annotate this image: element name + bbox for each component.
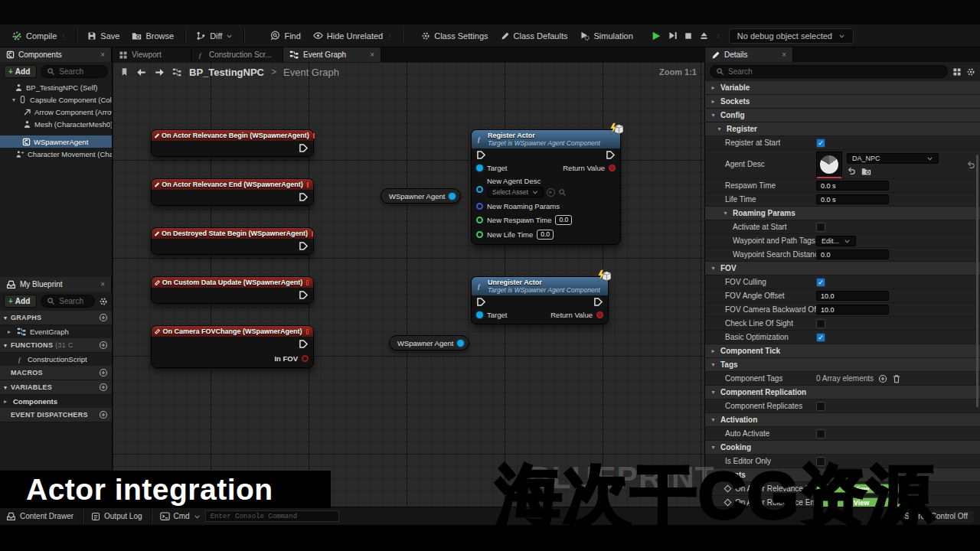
compile-button[interactable]: Compile bbox=[6, 28, 70, 44]
expander-icon[interactable]: ▸ bbox=[8, 328, 14, 335]
tree-item-bp-testingnpc-self[interactable]: BP_TestingNPC (Self) bbox=[0, 81, 112, 93]
expander-icon[interactable]: ▾ bbox=[4, 342, 11, 349]
close-icon[interactable]: × bbox=[100, 280, 105, 289]
respawn-time-field[interactable]: 0.0 s bbox=[816, 181, 889, 191]
expander-icon[interactable]: ▾ bbox=[710, 416, 717, 423]
delegate-pin[interactable] bbox=[306, 329, 309, 334]
debug-object-selector[interactable]: No debug object selected bbox=[729, 28, 854, 44]
exec-out-pin[interactable] bbox=[593, 298, 603, 306]
wspawner-agent-variable-node[interactable]: WSpawner Agent bbox=[381, 188, 461, 204]
class-defaults-button[interactable]: Class Defaults bbox=[495, 29, 573, 43]
expander-icon[interactable]: ▾ bbox=[4, 384, 11, 391]
new-respawn-time-value[interactable]: 0.0 bbox=[555, 215, 572, 225]
my-blueprint-search-input[interactable]: Search bbox=[41, 295, 95, 308]
details-scrollbar[interactable] bbox=[976, 155, 978, 407]
cmd-selector[interactable]: Cmd bbox=[160, 511, 201, 521]
fov-culling-checkbox[interactable]: ✓ bbox=[816, 278, 825, 287]
expander-icon[interactable]: ▸ bbox=[710, 84, 717, 91]
tree-item-mesh-charactermesh0[interactable]: Mesh (CharacterMesh0) bbox=[0, 118, 112, 130]
details-section-sockets[interactable]: ▸Sockets bbox=[705, 95, 980, 109]
section-functions[interactable]: ▾FUNCTIONS(31 C bbox=[0, 338, 112, 353]
blueprint-item-components[interactable]: ▸Components bbox=[0, 395, 112, 408]
hide-unrelated-button[interactable]: Hide Unrelated bbox=[308, 28, 397, 43]
find-button[interactable]: Find bbox=[265, 28, 305, 43]
waypoint-and-path-tags-dropdown[interactable]: Edit... bbox=[816, 236, 856, 246]
output-log-button[interactable]: Output Log bbox=[91, 512, 142, 521]
expander-icon[interactable]: ▸ bbox=[710, 347, 717, 354]
content-drawer-button[interactable]: Content Drawer bbox=[6, 511, 74, 521]
compile-options-icon[interactable] bbox=[62, 31, 65, 41]
blueprint-item-constructionscript[interactable]: fConstructionScript bbox=[0, 353, 112, 366]
play-options-icon[interactable] bbox=[717, 31, 720, 41]
details-search-input[interactable]: Search bbox=[710, 65, 948, 78]
tree-item-capsule-component-collisi[interactable]: ▾Capsule Component (Collisi bbox=[0, 93, 112, 106]
gear-icon[interactable] bbox=[966, 67, 975, 77]
expander-icon[interactable]: ▾ bbox=[710, 389, 717, 396]
details-section-component-tick[interactable]: ▸Component Tick bbox=[705, 344, 980, 358]
target-pin[interactable] bbox=[476, 165, 483, 171]
expander-icon[interactable]: ▾ bbox=[710, 361, 717, 368]
agent-desc-dropdown[interactable]: DA_NPC bbox=[847, 153, 939, 164]
basic-optimization-checkbox[interactable]: ✓ bbox=[816, 333, 825, 342]
hide-unrelated-options-icon[interactable] bbox=[388, 31, 391, 41]
register-actor-node[interactable]: f Register Actor Target is WSpawner Agen… bbox=[471, 129, 621, 245]
waypoint-search-distance-field[interactable]: 0.0 bbox=[816, 249, 889, 259]
variable-output-pin[interactable] bbox=[457, 340, 464, 347]
expander-icon[interactable]: ▾ bbox=[722, 210, 729, 217]
section-variables[interactable]: ▾VARIABLES bbox=[0, 380, 112, 395]
expander-icon[interactable]: ▸ bbox=[710, 98, 717, 105]
tab-components[interactable]: Components × bbox=[0, 47, 112, 62]
exec-in-pin[interactable] bbox=[476, 151, 486, 159]
event-node-on-camera-fovchange-wspawneragent[interactable]: On Camera FOVChange (WSpawnerAgent)In FO… bbox=[151, 325, 314, 368]
tab-event-graph[interactable]: Event Graph × bbox=[283, 47, 381, 62]
frame-skip-icon[interactable] bbox=[668, 31, 678, 41]
close-icon[interactable]: × bbox=[370, 51, 374, 59]
section-graphs[interactable]: ▾GRAPHS bbox=[0, 311, 112, 325]
exec-in-pin[interactable] bbox=[476, 298, 486, 306]
play-icon[interactable] bbox=[651, 31, 662, 41]
tab-my-blueprint[interactable]: My Blueprint × bbox=[0, 277, 112, 292]
expander-icon[interactable]: ▾ bbox=[4, 315, 11, 321]
add-icon[interactable] bbox=[99, 383, 108, 392]
browse-button[interactable]: Browse bbox=[126, 28, 179, 43]
forward-icon[interactable] bbox=[154, 67, 165, 77]
details-section-variable[interactable]: ▸Variable bbox=[705, 81, 980, 95]
details-section-roaming-params[interactable]: ▾Roaming Params bbox=[705, 207, 980, 220]
details-section-activation[interactable]: ▾Activation bbox=[705, 413, 980, 427]
blueprint-item-eventgraph[interactable]: ▸EventGraph bbox=[0, 325, 112, 338]
tab-details[interactable]: Details × bbox=[705, 47, 793, 62]
component-replicates-checkbox[interactable] bbox=[816, 402, 825, 411]
close-icon[interactable]: × bbox=[782, 51, 786, 59]
expander-icon[interactable]: ▸ bbox=[4, 398, 10, 405]
delegate-pin[interactable] bbox=[306, 280, 309, 285]
delegate-pin[interactable] bbox=[313, 133, 315, 139]
reset-to-default-icon[interactable] bbox=[966, 160, 975, 169]
event-graph-canvas[interactable]: BP_TestingNPC > Event Graph Zoom 1:1 On … bbox=[113, 62, 704, 507]
eject-icon[interactable] bbox=[699, 31, 709, 41]
section-event-dispatchers[interactable]: EVENT DISPATCHERS bbox=[0, 408, 112, 422]
check-line-of-sight-checkbox[interactable] bbox=[816, 319, 825, 328]
new-agent-desc-pin[interactable] bbox=[476, 186, 483, 193]
new-life-time-pin[interactable] bbox=[476, 231, 483, 238]
delete-elements-icon[interactable] bbox=[892, 374, 901, 383]
back-icon[interactable] bbox=[136, 67, 147, 77]
diff-button[interactable]: Diff bbox=[191, 28, 238, 43]
simulation-button[interactable]: Simulation bbox=[574, 28, 638, 43]
return-value-pin[interactable] bbox=[609, 165, 616, 171]
tab-construction-script[interactable]: f Construction Scr... bbox=[191, 47, 283, 62]
display-filter-icon[interactable] bbox=[952, 67, 962, 77]
target-pin[interactable] bbox=[476, 311, 483, 318]
select-asset-dropdown[interactable]: Select Asset bbox=[487, 187, 544, 197]
save-button[interactable]: Save bbox=[82, 29, 125, 43]
console-command-input[interactable]: Enter Console Command bbox=[205, 510, 339, 522]
exec-out-pin[interactable] bbox=[606, 151, 616, 159]
wspawner-agent-variable-node[interactable]: WSpawner Agent bbox=[389, 335, 469, 350]
event-node-on-destroyed-state-begin-wspawneragent[interactable]: On Destroyed State Begin (WSpawnerAgent) bbox=[151, 227, 314, 255]
fov-angle-offset-field[interactable]: 10.0 bbox=[816, 291, 889, 301]
bookmark-icon[interactable] bbox=[120, 67, 129, 77]
browse-asset-icon[interactable] bbox=[558, 188, 567, 197]
register-at-start-checkbox[interactable]: ✓ bbox=[816, 139, 825, 148]
details-section-config[interactable]: ▾Config bbox=[705, 109, 980, 122]
close-icon[interactable]: × bbox=[100, 51, 105, 59]
breadcrumb-root[interactable]: BP_TestingNPC bbox=[189, 67, 264, 78]
